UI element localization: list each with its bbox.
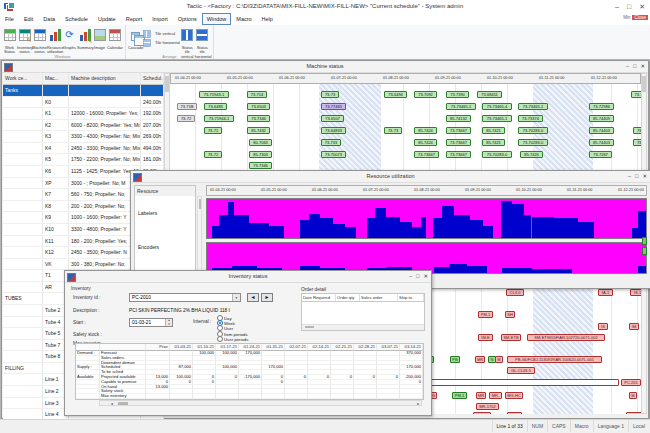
ribbon-button-machine-status[interactable]: Machine status	[32, 26, 47, 55]
gantt-bar[interactable]: PB-GDFCBJ-1130919\AR-100620-007L-001	[507, 356, 602, 363]
gantt-bar[interactable]: 73-733	[321, 139, 341, 146]
resource-list-scrollbar[interactable]	[197, 196, 202, 275]
menu-import[interactable]: Import	[147, 13, 173, 25]
gantt-bar[interactable]: 73-7346	[249, 162, 272, 169]
ribbon-close-button[interactable]: Close	[632, 15, 648, 20]
gantt-bar[interactable]: 73-72986	[589, 103, 614, 110]
menu-file[interactable]: File	[0, 13, 19, 25]
radio-user-periods-icon[interactable]	[217, 336, 223, 342]
machine-row-k3[interactable]: K33300 - 4300; Propeller: No; Mixer:269.…	[3, 131, 164, 143]
ribbon-button-graphs[interactable]: Graphs	[62, 26, 77, 50]
gantt-bar[interactable]: 73-64833	[321, 127, 346, 134]
gantt-bar[interactable]: 73-7	[631, 91, 641, 98]
menu-data[interactable]: Data	[38, 13, 60, 25]
gantt-bar[interactable]: IA-1	[598, 289, 613, 296]
gantt-bar[interactable]: 73-70283-0	[518, 127, 548, 134]
gantt-bar[interactable]: 73-70	[633, 139, 641, 146]
menu-update[interactable]: Update	[93, 13, 121, 25]
gantt-bar[interactable]: 73-7346	[247, 115, 270, 122]
machine-row-k4[interactable]: K42450 - 3300; Propeller: No; Mixer:494.…	[3, 143, 164, 155]
gantt-bar[interactable]: 73-73374	[518, 115, 543, 122]
gantt-bar[interactable]: MG-HC	[505, 392, 523, 399]
gantt-bar[interactable]: 73-7390	[446, 91, 469, 98]
gantt-bar[interactable]: 73-6503	[247, 103, 270, 110]
resource-item-encoders[interactable]: Encoders	[138, 244, 159, 250]
minimize-button[interactable]: –	[612, 3, 622, 10]
resource-item-labelers[interactable]: Labelers	[138, 210, 157, 216]
menu-options[interactable]: Options	[173, 13, 202, 25]
gantt-bar[interactable]: IS-1	[630, 289, 641, 296]
ribbon-button-tile-vertical[interactable]: Tile vertical	[143, 29, 180, 38]
start-date-spinner[interactable]: 01-03-21 ▲▼	[129, 318, 173, 327]
ribbon-button-work-status[interactable]: Work Status	[2, 26, 17, 55]
gantt-bar[interactable]: 73-72	[204, 151, 222, 158]
column-header-work-ce[interactable]: Work ce...	[3, 73, 43, 84]
inventory-close-button[interactable]: ✕	[421, 273, 430, 279]
gantt-bar[interactable]: 73-70073	[321, 151, 346, 158]
gantt-bar[interactable]: 85-74409	[589, 115, 614, 122]
gantt-bar[interactable]: 73-7267	[589, 151, 612, 158]
machine-row-k0[interactable]: K0240.00h	[3, 97, 164, 109]
resource-scroll-down-chip[interactable]	[642, 247, 647, 255]
machine-row-k2[interactable]: K26000 - 8200; Propeller: Yes; Mixer:207…	[3, 120, 164, 132]
resource-minimize-button[interactable]: –	[626, 173, 633, 179]
gantt-bar[interactable]: CL4-0	[506, 289, 524, 296]
gantt-bar[interactable]: 73-73	[321, 91, 339, 98]
scrollbar-thumb[interactable]	[118, 402, 128, 405]
gantt-bar[interactable]: 73-73465-1	[446, 103, 476, 110]
restore-button[interactable]: □	[624, 3, 634, 10]
gantt-bar[interactable]: 85-7421	[482, 127, 505, 134]
inventory-minimize-button[interactable]: –	[407, 273, 414, 279]
inventory-grid-scrollbar[interactable]: ◄ ►	[99, 400, 422, 406]
gantt-bar[interactable]: 85-7303	[249, 151, 272, 158]
gantt-bar[interactable]: 73-73465-1	[482, 115, 512, 122]
menu-help[interactable]: Help	[257, 13, 278, 25]
gantt-bar[interactable]: 73-6494	[384, 91, 407, 98]
gantt-bar[interactable]: MR	[475, 356, 485, 363]
resource-scroll-up-chip[interactable]	[642, 237, 647, 245]
machine-row-tanks[interactable]: Tanks	[3, 85, 164, 97]
gantt-bar[interactable]: 73-73465-4	[482, 103, 512, 110]
order-column-ship-to[interactable]: Ship to	[398, 294, 424, 301]
gantt-bar[interactable]: GL-CL03-5	[507, 367, 535, 374]
gantt-bar[interactable]: 85-7424	[520, 151, 543, 158]
gantt-bar[interactable]: 85-7432	[247, 127, 270, 134]
gantt-bar[interactable]: 85-74403	[589, 139, 614, 146]
ribbon-button-tile-horizontal[interactable]: Tile horizontal	[143, 38, 180, 47]
column-header-machine-description[interactable]: Machine description	[69, 73, 141, 84]
gantt-bar[interactable]: MG-HC-3	[626, 412, 641, 414]
gantt-bar[interactable]: MR-1702	[476, 403, 499, 410]
column-header-mac[interactable]: Mac...	[43, 73, 69, 84]
ribbon-button-resource-utilization[interactable]: Resource utilization	[47, 26, 62, 55]
gantt-bar[interactable]: 73-6483	[204, 103, 227, 110]
gantt-bar[interactable]: 85-74132	[446, 115, 471, 122]
gantt-bar[interactable]: 73-77465	[321, 103, 346, 110]
menu-edit[interactable]: Edit	[19, 13, 38, 25]
gantt-bar[interactable]: 73-71B	[177, 103, 197, 110]
gantt-bar[interactable]: IS	[598, 323, 608, 330]
next-item-button[interactable]: ►	[261, 293, 273, 302]
gantt-bar[interactable]: 73-71943-1	[199, 91, 229, 98]
gantt-bar[interactable]: 73-73667	[446, 127, 471, 134]
gantt-bar[interactable]: 73-70283-0	[518, 139, 548, 146]
ribbon-minimize-button[interactable]: Min	[623, 15, 630, 20]
inventory-status-window[interactable]: Inventory status –□✕ Inventory Inventory…	[64, 270, 432, 416]
gantt-bar[interactable]: 85-74403	[589, 127, 614, 134]
menu-schedule[interactable]: Schedule	[60, 13, 93, 25]
interval-option-user-periods[interactable]: User periods	[217, 336, 248, 342]
menu-macro[interactable]: Macro	[231, 13, 256, 25]
gantt-bar[interactable]: 85-7421	[482, 139, 505, 146]
menu-report[interactable]: Report	[121, 13, 148, 25]
gantt-bar[interactable]: M	[495, 356, 503, 363]
grid-row-max-inventory[interactable]: Max inventory	[76, 394, 423, 399]
scroll-right-icon[interactable]: ►	[417, 402, 420, 406]
gantt-bar[interactable]: PM-1	[478, 311, 493, 318]
gantt-bar[interactable]: PM-1	[452, 392, 467, 399]
gantt-bar[interactable]: MR-	[489, 392, 502, 399]
menu-window[interactable]: Window	[202, 13, 232, 25]
gantt-bar[interactable]: 73-68411	[477, 91, 502, 98]
gantt-bar[interactable]: PB	[450, 356, 460, 363]
scroll-left-icon[interactable]: ◄	[110, 402, 113, 406]
gantt-bar[interactable]: 85-7424	[414, 127, 437, 134]
gantt-bar[interactable]: 73-7092	[414, 91, 437, 98]
